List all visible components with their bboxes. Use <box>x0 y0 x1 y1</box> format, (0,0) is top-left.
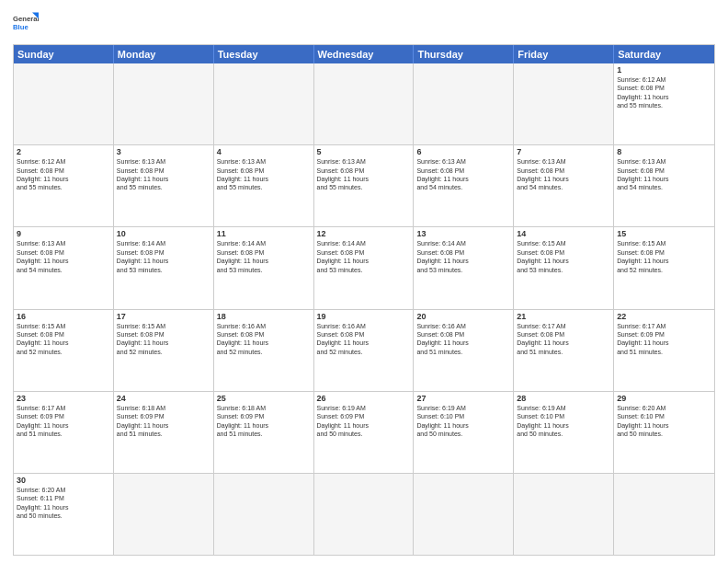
day-number: 27 <box>416 394 510 403</box>
calendar-cell: 29Sunrise: 6:20 AM Sunset: 6:10 PM Dayli… <box>614 392 714 473</box>
calendar-cell <box>414 63 514 144</box>
day-info: Sunrise: 6:16 AM Sunset: 6:08 PM Dayligh… <box>217 322 311 357</box>
calendar-cell <box>414 474 514 555</box>
day-info: Sunrise: 6:16 AM Sunset: 6:08 PM Dayligh… <box>416 322 510 357</box>
day-number: 17 <box>117 312 210 321</box>
calendar-cell: 4Sunrise: 6:13 AM Sunset: 6:08 PM Daylig… <box>214 145 314 226</box>
day-number: 8 <box>617 147 711 156</box>
day-info: Sunrise: 6:17 AM Sunset: 6:08 PM Dayligh… <box>517 322 610 357</box>
day-info: Sunrise: 6:13 AM Sunset: 6:08 PM Dayligh… <box>416 157 510 192</box>
page: General Blue SundayMondayTuesdayWednesda… <box>0 0 728 563</box>
day-info: Sunrise: 6:17 AM Sunset: 6:09 PM Dayligh… <box>17 404 110 439</box>
day-number: 18 <box>217 312 311 321</box>
calendar-cell <box>314 474 415 555</box>
day-number: 13 <box>416 229 510 238</box>
calendar-row: 23Sunrise: 6:17 AM Sunset: 6:09 PM Dayli… <box>14 392 714 474</box>
day-number: 3 <box>117 147 210 156</box>
day-number: 28 <box>517 394 610 403</box>
calendar-row: 16Sunrise: 6:15 AM Sunset: 6:08 PM Dayli… <box>14 310 714 392</box>
day-info: Sunrise: 6:14 AM Sunset: 6:08 PM Dayligh… <box>117 239 210 274</box>
calendar-cell: 22Sunrise: 6:17 AM Sunset: 6:09 PM Dayli… <box>614 310 714 391</box>
day-info: Sunrise: 6:14 AM Sunset: 6:08 PM Dayligh… <box>217 239 311 274</box>
calendar-cell: 27Sunrise: 6:19 AM Sunset: 6:10 PM Dayli… <box>414 392 514 473</box>
day-number: 4 <box>217 147 311 156</box>
day-number: 11 <box>217 229 311 238</box>
day-number: 25 <box>217 394 311 403</box>
day-info: Sunrise: 6:17 AM Sunset: 6:09 PM Dayligh… <box>617 322 711 357</box>
weekday-header: Saturday <box>614 45 714 63</box>
svg-text:General: General <box>13 15 39 23</box>
calendar-header: SundayMondayTuesdayWednesdayThursdayFrid… <box>14 45 714 63</box>
calendar-cell: 7Sunrise: 6:13 AM Sunset: 6:08 PM Daylig… <box>514 145 614 226</box>
calendar-row: 1Sunrise: 6:12 AM Sunset: 6:08 PM Daylig… <box>14 63 714 145</box>
calendar-cell: 5Sunrise: 6:13 AM Sunset: 6:08 PM Daylig… <box>314 145 415 226</box>
calendar-cell: 15Sunrise: 6:15 AM Sunset: 6:08 PM Dayli… <box>614 227 714 308</box>
day-info: Sunrise: 6:13 AM Sunset: 6:08 PM Dayligh… <box>617 157 711 192</box>
day-info: Sunrise: 6:13 AM Sunset: 6:08 PM Dayligh… <box>517 157 610 192</box>
day-info: Sunrise: 6:14 AM Sunset: 6:08 PM Dayligh… <box>416 239 510 274</box>
day-info: Sunrise: 6:15 AM Sunset: 6:08 PM Dayligh… <box>517 239 610 274</box>
day-info: Sunrise: 6:12 AM Sunset: 6:08 PM Dayligh… <box>617 75 711 110</box>
day-info: Sunrise: 6:20 AM Sunset: 6:11 PM Dayligh… <box>17 486 110 521</box>
calendar-cell: 10Sunrise: 6:14 AM Sunset: 6:08 PM Dayli… <box>114 227 214 308</box>
day-number: 10 <box>117 229 210 238</box>
day-number: 2 <box>17 147 110 156</box>
day-info: Sunrise: 6:13 AM Sunset: 6:08 PM Dayligh… <box>17 239 110 274</box>
day-number: 15 <box>617 229 711 238</box>
day-number: 14 <box>517 229 610 238</box>
day-info: Sunrise: 6:16 AM Sunset: 6:08 PM Dayligh… <box>317 322 411 357</box>
calendar-cell: 2Sunrise: 6:12 AM Sunset: 6:08 PM Daylig… <box>14 145 114 226</box>
calendar-cell: 8Sunrise: 6:13 AM Sunset: 6:08 PM Daylig… <box>614 145 714 226</box>
calendar-cell <box>214 474 314 555</box>
calendar-cell <box>214 63 314 144</box>
day-number: 1 <box>617 65 711 75</box>
day-number: 23 <box>17 394 110 403</box>
day-number: 16 <box>17 312 110 321</box>
weekday-header: Sunday <box>14 45 114 63</box>
day-number: 12 <box>317 229 411 238</box>
day-info: Sunrise: 6:18 AM Sunset: 6:09 PM Dayligh… <box>117 404 210 439</box>
calendar-cell <box>314 63 415 144</box>
calendar-cell: 18Sunrise: 6:16 AM Sunset: 6:08 PM Dayli… <box>214 310 314 391</box>
calendar-cell: 11Sunrise: 6:14 AM Sunset: 6:08 PM Dayli… <box>214 227 314 308</box>
calendar-row: 9Sunrise: 6:13 AM Sunset: 6:08 PM Daylig… <box>14 227 714 309</box>
calendar-cell: 25Sunrise: 6:18 AM Sunset: 6:09 PM Dayli… <box>214 392 314 473</box>
calendar-cell: 14Sunrise: 6:15 AM Sunset: 6:08 PM Dayli… <box>514 227 614 308</box>
calendar-cell: 20Sunrise: 6:16 AM Sunset: 6:08 PM Dayli… <box>414 310 514 391</box>
day-number: 29 <box>617 394 711 403</box>
day-number: 30 <box>17 476 110 485</box>
day-info: Sunrise: 6:12 AM Sunset: 6:08 PM Dayligh… <box>17 157 110 192</box>
calendar-cell: 1Sunrise: 6:12 AM Sunset: 6:08 PM Daylig… <box>614 63 714 144</box>
calendar-cell: 28Sunrise: 6:19 AM Sunset: 6:10 PM Dayli… <box>514 392 614 473</box>
calendar-cell <box>614 474 714 555</box>
calendar-cell <box>514 474 614 555</box>
day-info: Sunrise: 6:15 AM Sunset: 6:08 PM Dayligh… <box>617 239 711 274</box>
day-number: 26 <box>317 394 411 403</box>
header: General Blue <box>13 11 715 37</box>
calendar-cell <box>114 474 214 555</box>
calendar-cell: 6Sunrise: 6:13 AM Sunset: 6:08 PM Daylig… <box>414 145 514 226</box>
day-number: 20 <box>416 312 510 321</box>
logo-icon: General Blue <box>13 11 39 37</box>
calendar-cell: 17Sunrise: 6:15 AM Sunset: 6:08 PM Dayli… <box>114 310 214 391</box>
day-number: 9 <box>17 229 110 238</box>
calendar-row: 2Sunrise: 6:12 AM Sunset: 6:08 PM Daylig… <box>14 145 714 227</box>
calendar-cell: 13Sunrise: 6:14 AM Sunset: 6:08 PM Dayli… <box>414 227 514 308</box>
calendar-cell: 12Sunrise: 6:14 AM Sunset: 6:08 PM Dayli… <box>314 227 415 308</box>
calendar-cell: 30Sunrise: 6:20 AM Sunset: 6:11 PM Dayli… <box>14 474 114 555</box>
calendar-row: 30Sunrise: 6:20 AM Sunset: 6:11 PM Dayli… <box>14 474 714 555</box>
weekday-header: Monday <box>114 45 214 63</box>
svg-text:Blue: Blue <box>13 23 28 31</box>
weekday-header: Wednesday <box>314 45 415 63</box>
calendar-cell <box>14 63 114 144</box>
calendar-cell: 3Sunrise: 6:13 AM Sunset: 6:08 PM Daylig… <box>114 145 214 226</box>
weekday-header: Thursday <box>414 45 514 63</box>
day-info: Sunrise: 6:19 AM Sunset: 6:09 PM Dayligh… <box>317 404 411 439</box>
calendar-cell: 26Sunrise: 6:19 AM Sunset: 6:09 PM Dayli… <box>314 392 415 473</box>
day-info: Sunrise: 6:20 AM Sunset: 6:10 PM Dayligh… <box>617 404 711 439</box>
weekday-header: Tuesday <box>214 45 314 63</box>
calendar-cell: 21Sunrise: 6:17 AM Sunset: 6:08 PM Dayli… <box>514 310 614 391</box>
calendar-cell: 19Sunrise: 6:16 AM Sunset: 6:08 PM Dayli… <box>314 310 415 391</box>
calendar-cell <box>114 63 214 144</box>
day-info: Sunrise: 6:18 AM Sunset: 6:09 PM Dayligh… <box>217 404 311 439</box>
